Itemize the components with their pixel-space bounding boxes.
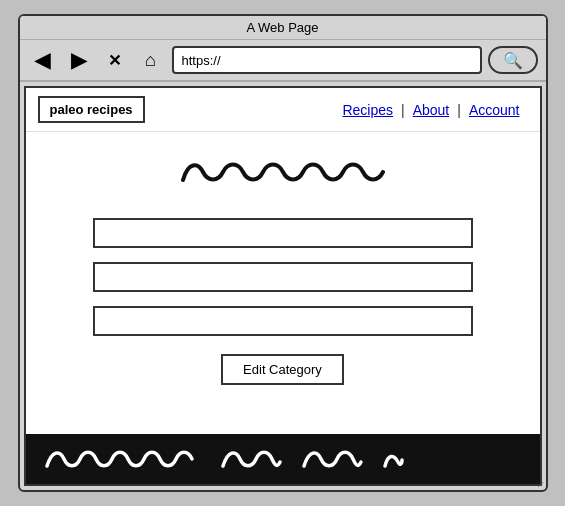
input-field-1[interactable] xyxy=(93,218,473,248)
nav-account[interactable]: Account xyxy=(461,102,528,118)
window-title: A Web Page xyxy=(246,20,318,35)
home-button[interactable]: ⌂ xyxy=(136,46,166,74)
search-icon: 🔍 xyxy=(503,51,523,70)
address-bar[interactable] xyxy=(172,46,482,74)
title-bar: A Web Page xyxy=(20,16,546,40)
close-button[interactable]: ✕ xyxy=(100,46,130,74)
heading-squiggle xyxy=(173,152,393,196)
input-field-3[interactable] xyxy=(93,306,473,336)
toolbar: ▶ ▶ ✕ ⌂ 🔍 xyxy=(20,40,546,82)
site-footer xyxy=(26,434,540,484)
site-logo: paleo recipes xyxy=(38,96,145,123)
browser-window: A Web Page ▶ ▶ ✕ ⌂ 🔍 xyxy=(18,14,548,492)
resize-corner: ⟋ xyxy=(535,478,546,490)
browser-content: paleo recipes Recipes | About | Account xyxy=(24,86,542,486)
back-button[interactable]: ▶ xyxy=(28,46,58,74)
site-header: paleo recipes Recipes | About | Account xyxy=(26,88,540,132)
nav-about[interactable]: About xyxy=(405,102,458,118)
main-content: Edit Category xyxy=(26,132,540,434)
forward-button[interactable]: ▶ xyxy=(64,46,94,74)
edit-category-button[interactable]: Edit Category xyxy=(221,354,344,385)
nav-recipes[interactable]: Recipes xyxy=(334,102,401,118)
site-nav: Recipes | About | Account xyxy=(334,102,527,118)
input-field-2[interactable] xyxy=(93,262,473,292)
search-button[interactable]: 🔍 xyxy=(488,46,538,74)
